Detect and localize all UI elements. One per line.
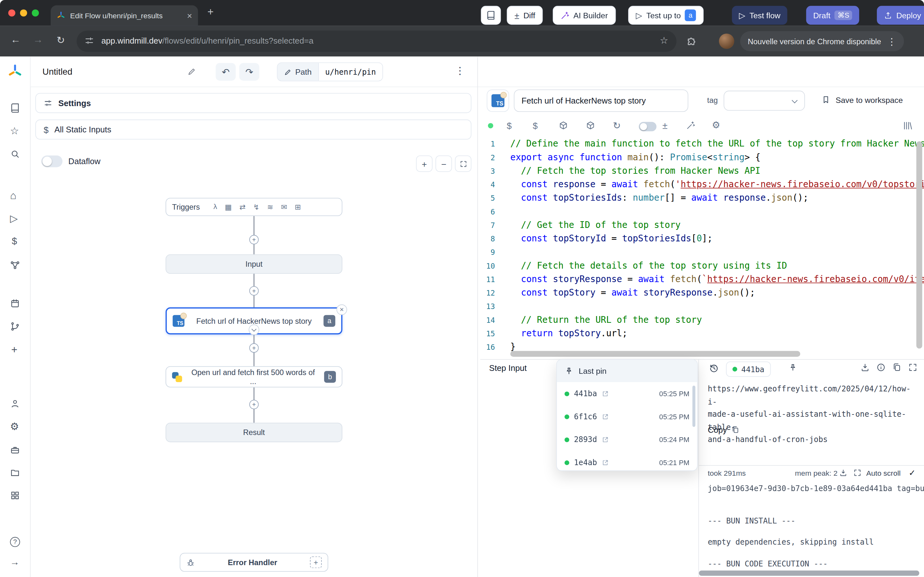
path-edit-segment[interactable]: Path — [278, 63, 318, 81]
insert-step-button[interactable]: + — [249, 235, 258, 244]
test-up-to-button[interactable]: ▷Test up toa — [628, 6, 704, 25]
chrome-update-chip[interactable]: Nouvelle version de Chrome disponible ⋮ — [740, 31, 904, 51]
result-url[interactable]: https://www.geoffreylitt.com/2025/04/12/… — [708, 383, 920, 446]
macos-minimize-button[interactable] — [20, 9, 27, 16]
settings-row[interactable]: Settings — [35, 93, 471, 113]
code-editor[interactable]: // Define the main function to fetch the… — [510, 137, 924, 355]
address-bar[interactable]: app.windmill.dev/flows/edit/u/henri/pin_… — [77, 31, 677, 52]
path-control[interactable]: Path u/henri/pin — [277, 63, 383, 81]
dataflow-toggle[interactable] — [41, 155, 63, 167]
schedules-calendar-icon[interactable] — [10, 298, 20, 308]
download-icon[interactable] — [861, 363, 870, 372]
trigger-icon[interactable]: λ — [213, 203, 217, 211]
menu-scrollbar[interactable] — [692, 386, 695, 427]
fit-view-button[interactable] — [455, 155, 471, 172]
new-tab-button[interactable]: + — [208, 6, 214, 18]
redo-button[interactable]: ↷ — [239, 63, 259, 81]
input-node[interactable]: Input — [166, 254, 342, 274]
docs-button[interactable] — [481, 6, 501, 25]
fullscreen-icon[interactable] — [908, 363, 917, 372]
bookmark-star-icon[interactable]: ☆ — [660, 35, 668, 46]
browser-menu-icon[interactable]: ⋮ — [887, 35, 897, 47]
variables-dollar-icon[interactable]: $ — [507, 121, 512, 130]
draft-button[interactable]: Draft⌘S — [806, 6, 859, 25]
diff-button[interactable]: ±Diff — [507, 6, 543, 25]
result-node[interactable]: Result — [166, 423, 342, 442]
deploy-button[interactable]: Deploy — [877, 6, 924, 25]
trigger-icon[interactable]: ✉ — [281, 203, 287, 211]
copy-button[interactable]: Copy — [708, 425, 740, 434]
step-node-b[interactable]: Open url and fetch first 500 words of ..… — [166, 366, 342, 387]
trigger-icon[interactable]: ↯ — [253, 203, 259, 211]
error-handler-node[interactable]: Error Handler + — [180, 553, 328, 572]
undo-button[interactable]: ↶ — [216, 63, 236, 81]
expand-step-button[interactable] — [249, 324, 259, 335]
diff-icon[interactable]: ± — [662, 121, 667, 131]
trigger-icon[interactable]: ⊞ — [295, 203, 301, 211]
step-summary-input[interactable] — [514, 89, 688, 112]
header-kebab-menu[interactable]: ⋮ — [455, 65, 465, 77]
test-flow-button[interactable]: ▷Test flow — [732, 6, 787, 25]
rename-pencil-icon[interactable] — [187, 67, 196, 76]
extensions-icon[interactable] — [686, 35, 697, 47]
logs-hscrollbar[interactable] — [699, 571, 919, 576]
site-controls-icon[interactable] — [84, 36, 94, 46]
auto-scroll-checkbox[interactable]: ✓ — [909, 468, 916, 477]
variables-dollar-icon[interactable]: $ — [12, 237, 17, 246]
collapse-sidebar-icon[interactable]: → — [10, 558, 19, 567]
divider[interactable] — [698, 359, 699, 577]
docs-book-icon[interactable] — [10, 103, 20, 113]
pin-id-pill[interactable]: 441ba — [726, 362, 771, 377]
save-to-workspace-button[interactable]: Save to workspace — [835, 96, 903, 105]
runs-play-icon[interactable]: ▷ — [10, 214, 18, 224]
insert-step-button[interactable]: + — [249, 286, 258, 295]
last-pin-menu-item[interactable]: Last pin — [557, 359, 697, 382]
macos-fullscreen-button[interactable] — [32, 9, 39, 16]
favorites-star-icon[interactable]: ☆ — [10, 126, 19, 136]
info-icon[interactable] — [876, 363, 885, 372]
pin-menu-item[interactable]: 1e4ab05:21 PM — [557, 451, 697, 471]
resources-graph-icon[interactable] — [10, 260, 20, 270]
folder-icon[interactable] — [10, 467, 20, 477]
trigger-icon[interactable]: ≋ — [267, 203, 273, 211]
editor-hscrollbar[interactable] — [510, 351, 800, 357]
pin-menu-item[interactable]: 2893d05:24 PM — [557, 428, 697, 451]
reload-button[interactable]: ↻ — [57, 34, 65, 47]
apps-grid-icon[interactable] — [10, 490, 20, 500]
tab-close-icon[interactable]: × — [187, 11, 192, 21]
trigger-icon[interactable]: ⇄ — [239, 203, 246, 211]
gear-icon[interactable]: ⚙ — [10, 422, 19, 432]
remove-step-button[interactable]: × — [336, 305, 347, 315]
pin-icon[interactable] — [788, 363, 798, 372]
package-icon[interactable] — [559, 121, 568, 130]
trigger-icon[interactable]: ▦ — [225, 203, 232, 211]
clipboard-icon[interactable] — [892, 363, 901, 372]
all-static-inputs-row[interactable]: $All Static Inputs — [35, 119, 471, 139]
editor-toggle[interactable] — [639, 122, 656, 131]
add-plus-icon[interactable]: + — [11, 344, 17, 355]
windmill-logo[interactable] — [7, 63, 23, 82]
resources-dollar-icon[interactable]: $ — [533, 121, 537, 130]
library-icon[interactable] — [903, 121, 913, 131]
reload-icon[interactable]: ↻ — [613, 121, 621, 131]
home-icon[interactable]: ⌂ — [10, 190, 16, 201]
insert-step-button[interactable]: + — [249, 343, 258, 353]
editor-vscrollbar[interactable] — [916, 141, 922, 349]
macos-close-button[interactable] — [8, 9, 15, 16]
history-icon[interactable] — [709, 363, 719, 373]
ai-wand-icon[interactable] — [686, 121, 695, 130]
forward-button[interactable]: → — [33, 34, 43, 46]
pin-menu-item[interactable]: 6f1c605:25 PM — [557, 405, 697, 428]
add-error-handler-button[interactable]: + — [310, 556, 322, 568]
triggers-branch-icon[interactable] — [10, 322, 20, 332]
triggers-node[interactable]: Triggers λ▦⇄↯≋✉⊞ — [166, 198, 342, 216]
expand-logs-icon[interactable] — [853, 469, 862, 477]
help-icon[interactable]: ? — [10, 537, 20, 547]
tab-step-input[interactable]: Step Input — [489, 363, 527, 372]
workers-briefcase-icon[interactable] — [10, 445, 20, 455]
package-icon[interactable] — [586, 121, 595, 130]
download-logs-icon[interactable] — [839, 469, 848, 477]
user-icon[interactable] — [10, 398, 20, 408]
editor-settings-gear-icon[interactable]: ⚙ — [712, 121, 720, 130]
pin-menu-item[interactable]: 441ba05:25 PM — [557, 382, 697, 405]
